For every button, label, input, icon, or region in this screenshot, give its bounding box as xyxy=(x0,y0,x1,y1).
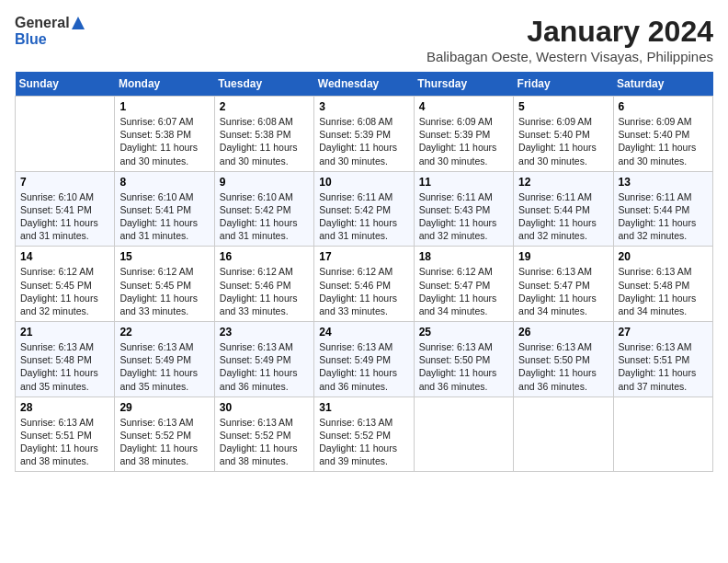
col-header-saturday: Saturday xyxy=(613,72,712,97)
day-number: 23 xyxy=(220,326,309,339)
calendar-cell: 22Sunrise: 6:13 AM Sunset: 5:49 PM Dayli… xyxy=(115,322,214,397)
calendar-week-1: 1Sunrise: 6:07 AM Sunset: 5:38 PM Daylig… xyxy=(16,97,713,172)
day-number: 31 xyxy=(319,401,408,414)
cell-info: Sunrise: 6:13 AM Sunset: 5:47 PM Dayligh… xyxy=(518,266,597,316)
cell-info: Sunrise: 6:11 AM Sunset: 5:42 PM Dayligh… xyxy=(319,191,397,242)
col-header-wednesday: Wednesday xyxy=(314,72,414,97)
cell-info: Sunrise: 6:07 AM Sunset: 5:38 PM Dayligh… xyxy=(119,116,198,167)
cell-info: Sunrise: 6:12 AM Sunset: 5:47 PM Dayligh… xyxy=(419,266,497,316)
calendar-cell: 11Sunrise: 6:11 AM Sunset: 5:43 PM Dayli… xyxy=(414,171,513,247)
cell-info: Sunrise: 6:08 AM Sunset: 5:39 PM Dayligh… xyxy=(319,116,397,167)
page-header: General Blue January 2024 Balibagan Oest… xyxy=(15,15,713,64)
calendar-cell: 20Sunrise: 6:13 AM Sunset: 5:48 PM Dayli… xyxy=(613,247,712,322)
cell-info: Sunrise: 6:08 AM Sunset: 5:38 PM Dayligh… xyxy=(220,116,298,167)
calendar-cell: 13Sunrise: 6:11 AM Sunset: 5:44 PM Dayli… xyxy=(613,171,712,247)
calendar-cell: 18Sunrise: 6:12 AM Sunset: 5:47 PM Dayli… xyxy=(414,247,513,322)
calendar-cell: 7Sunrise: 6:10 AM Sunset: 5:41 PM Daylig… xyxy=(16,171,115,247)
calendar-cell: 15Sunrise: 6:12 AM Sunset: 5:45 PM Dayli… xyxy=(115,247,214,322)
calendar-cell: 9Sunrise: 6:10 AM Sunset: 5:42 PM Daylig… xyxy=(214,171,313,247)
calendar-cell: 14Sunrise: 6:12 AM Sunset: 5:45 PM Dayli… xyxy=(16,247,115,322)
cell-info: Sunrise: 6:11 AM Sunset: 5:44 PM Dayligh… xyxy=(518,191,597,242)
calendar-cell: 6Sunrise: 6:09 AM Sunset: 5:40 PM Daylig… xyxy=(613,97,712,172)
day-number: 16 xyxy=(220,250,309,263)
svg-marker-0 xyxy=(72,17,85,29)
header-row: SundayMondayTuesdayWednesdayThursdayFrid… xyxy=(16,72,713,97)
calendar-cell xyxy=(514,396,613,472)
cell-info: Sunrise: 6:09 AM Sunset: 5:40 PM Dayligh… xyxy=(619,116,697,167)
calendar-week-3: 14Sunrise: 6:12 AM Sunset: 5:45 PM Dayli… xyxy=(16,247,713,322)
calendar-cell: 5Sunrise: 6:09 AM Sunset: 5:40 PM Daylig… xyxy=(514,97,613,172)
calendar-cell: 17Sunrise: 6:12 AM Sunset: 5:46 PM Dayli… xyxy=(314,247,414,322)
day-number: 11 xyxy=(419,176,508,189)
calendar-cell: 8Sunrise: 6:10 AM Sunset: 5:41 PM Daylig… xyxy=(115,171,214,247)
col-header-sunday: Sunday xyxy=(16,72,115,97)
day-number: 26 xyxy=(518,326,608,339)
day-number: 12 xyxy=(518,176,608,189)
cell-info: Sunrise: 6:13 AM Sunset: 5:51 PM Dayligh… xyxy=(20,417,98,467)
day-number: 18 xyxy=(419,250,508,263)
calendar-cell xyxy=(16,97,115,172)
day-number: 22 xyxy=(119,326,209,339)
calendar-cell: 27Sunrise: 6:13 AM Sunset: 5:51 PM Dayli… xyxy=(613,322,712,397)
cell-info: Sunrise: 6:12 AM Sunset: 5:45 PM Dayligh… xyxy=(119,266,198,316)
day-number: 27 xyxy=(619,326,708,339)
cell-info: Sunrise: 6:10 AM Sunset: 5:41 PM Dayligh… xyxy=(119,191,198,242)
day-number: 7 xyxy=(20,176,109,189)
calendar-cell: 31Sunrise: 6:13 AM Sunset: 5:52 PM Dayli… xyxy=(314,396,414,472)
calendar-cell: 12Sunrise: 6:11 AM Sunset: 5:44 PM Dayli… xyxy=(514,171,613,247)
day-number: 24 xyxy=(319,326,408,339)
cell-info: Sunrise: 6:09 AM Sunset: 5:40 PM Dayligh… xyxy=(518,116,597,167)
calendar-cell: 4Sunrise: 6:09 AM Sunset: 5:39 PM Daylig… xyxy=(414,97,513,172)
cell-info: Sunrise: 6:10 AM Sunset: 5:42 PM Dayligh… xyxy=(220,191,298,242)
calendar-cell: 26Sunrise: 6:13 AM Sunset: 5:50 PM Dayli… xyxy=(514,322,613,397)
day-number: 15 xyxy=(119,250,209,263)
calendar-cell: 3Sunrise: 6:08 AM Sunset: 5:39 PM Daylig… xyxy=(314,97,414,172)
day-number: 5 xyxy=(518,100,608,113)
calendar-table: SundayMondayTuesdayWednesdayThursdayFrid… xyxy=(15,72,713,472)
day-number: 3 xyxy=(319,100,408,113)
day-number: 1 xyxy=(119,100,209,113)
calendar-cell: 30Sunrise: 6:13 AM Sunset: 5:52 PM Dayli… xyxy=(214,396,313,472)
day-number: 19 xyxy=(518,250,608,263)
calendar-cell: 16Sunrise: 6:12 AM Sunset: 5:46 PM Dayli… xyxy=(214,247,313,322)
col-header-tuesday: Tuesday xyxy=(214,72,313,97)
day-number: 4 xyxy=(419,100,508,113)
calendar-cell: 24Sunrise: 6:13 AM Sunset: 5:49 PM Dayli… xyxy=(314,322,414,397)
logo: General Blue xyxy=(15,15,85,47)
day-number: 10 xyxy=(319,176,408,189)
main-title: January 2024 xyxy=(427,15,713,49)
cell-info: Sunrise: 6:13 AM Sunset: 5:52 PM Dayligh… xyxy=(220,417,298,467)
cell-info: Sunrise: 6:13 AM Sunset: 5:49 PM Dayligh… xyxy=(220,341,298,392)
cell-info: Sunrise: 6:13 AM Sunset: 5:52 PM Dayligh… xyxy=(119,417,198,467)
calendar-cell: 2Sunrise: 6:08 AM Sunset: 5:38 PM Daylig… xyxy=(214,97,313,172)
day-number: 30 xyxy=(220,401,309,414)
cell-info: Sunrise: 6:10 AM Sunset: 5:41 PM Dayligh… xyxy=(20,191,98,242)
calendar-cell: 28Sunrise: 6:13 AM Sunset: 5:51 PM Dayli… xyxy=(16,396,115,472)
calendar-cell: 23Sunrise: 6:13 AM Sunset: 5:49 PM Dayli… xyxy=(214,322,313,397)
calendar-cell: 25Sunrise: 6:13 AM Sunset: 5:50 PM Dayli… xyxy=(414,322,513,397)
day-number: 14 xyxy=(20,250,109,263)
cell-info: Sunrise: 6:11 AM Sunset: 5:44 PM Dayligh… xyxy=(619,191,697,242)
cell-info: Sunrise: 6:13 AM Sunset: 5:49 PM Dayligh… xyxy=(119,341,198,392)
calendar-cell: 29Sunrise: 6:13 AM Sunset: 5:52 PM Dayli… xyxy=(115,396,214,472)
cell-info: Sunrise: 6:13 AM Sunset: 5:50 PM Dayligh… xyxy=(419,341,497,392)
subtitle: Balibagan Oeste, Western Visayas, Philip… xyxy=(427,49,713,64)
logo-triangle-icon xyxy=(72,17,85,29)
cell-info: Sunrise: 6:13 AM Sunset: 5:49 PM Dayligh… xyxy=(319,341,397,392)
day-number: 2 xyxy=(220,100,309,113)
calendar-week-2: 7Sunrise: 6:10 AM Sunset: 5:41 PM Daylig… xyxy=(16,171,713,247)
calendar-cell: 21Sunrise: 6:13 AM Sunset: 5:48 PM Dayli… xyxy=(16,322,115,397)
logo-general: General xyxy=(15,15,70,31)
cell-info: Sunrise: 6:13 AM Sunset: 5:50 PM Dayligh… xyxy=(518,341,597,392)
logo-blue: Blue xyxy=(15,31,47,48)
day-number: 20 xyxy=(619,250,708,263)
day-number: 8 xyxy=(119,176,209,189)
cell-info: Sunrise: 6:13 AM Sunset: 5:51 PM Dayligh… xyxy=(619,341,697,392)
cell-info: Sunrise: 6:13 AM Sunset: 5:48 PM Dayligh… xyxy=(20,341,98,392)
col-header-friday: Friday xyxy=(514,72,613,97)
day-number: 29 xyxy=(119,401,209,414)
col-header-thursday: Thursday xyxy=(414,72,513,97)
day-number: 13 xyxy=(619,176,708,189)
calendar-cell xyxy=(613,396,712,472)
day-number: 17 xyxy=(319,250,408,263)
